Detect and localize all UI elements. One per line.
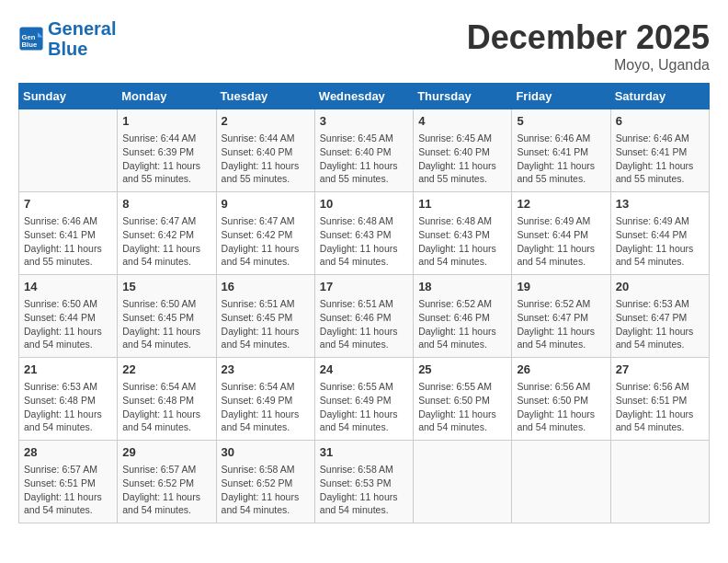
calendar-cell [19, 109, 118, 192]
day-number: 25 [418, 362, 506, 378]
day-number: 13 [616, 196, 704, 213]
day-info: Sunrise: 6:55 AMSunset: 6:49 PMDaylight:… [320, 380, 408, 434]
calendar-cell: 7Sunrise: 6:46 AMSunset: 6:41 PMDaylight… [19, 192, 118, 275]
calendar-cell: 1Sunrise: 6:44 AMSunset: 6:39 PMDaylight… [118, 109, 216, 192]
calendar-cell: 17Sunrise: 6:51 AMSunset: 6:46 PMDayligh… [314, 275, 413, 358]
day-number: 17 [320, 279, 408, 295]
calendar-cell: 27Sunrise: 6:56 AMSunset: 6:51 PMDayligh… [610, 358, 709, 441]
day-number: 16 [222, 279, 310, 295]
day-number: 29 [122, 444, 210, 461]
day-number: 1 [122, 113, 210, 130]
day-info: Sunrise: 6:47 AMSunset: 6:42 PMDaylight:… [122, 214, 210, 269]
month-year: December 2025 [467, 18, 710, 57]
day-number: 11 [418, 196, 506, 213]
calendar-cell: 29Sunrise: 6:57 AMSunset: 6:52 PMDayligh… [118, 441, 216, 523]
day-number: 24 [320, 362, 408, 378]
day-number: 20 [616, 279, 704, 295]
day-info: Sunrise: 6:57 AMSunset: 6:52 PMDaylight:… [122, 463, 210, 517]
day-info: Sunrise: 6:46 AMSunset: 6:41 PMDaylight:… [616, 132, 704, 186]
calendar-cell: 18Sunrise: 6:52 AMSunset: 6:46 PMDayligh… [414, 275, 512, 358]
title-block: December 2025 Moyo, Uganda [467, 18, 710, 74]
day-header-tuesday: Tuesday [216, 84, 314, 109]
day-header-saturday: Saturday [610, 84, 709, 109]
day-info: Sunrise: 6:51 AMSunset: 6:45 PMDaylight:… [222, 297, 310, 351]
calendar-table: SundayMondayTuesdayWednesdayThursdayFrid… [18, 83, 710, 523]
day-info: Sunrise: 6:45 AMSunset: 6:40 PMDaylight:… [320, 132, 408, 186]
week-row-1: 1Sunrise: 6:44 AMSunset: 6:39 PMDaylight… [19, 109, 710, 192]
page-header: Gen Blue GeneralBlue December 2025 Moyo,… [18, 18, 710, 74]
calendar-cell: 8Sunrise: 6:47 AMSunset: 6:42 PMDaylight… [118, 192, 216, 275]
calendar-cell: 28Sunrise: 6:57 AMSunset: 6:51 PMDayligh… [19, 441, 118, 523]
day-number: 23 [222, 362, 310, 378]
day-info: Sunrise: 6:44 AMSunset: 6:39 PMDaylight:… [122, 132, 210, 186]
calendar-cell: 14Sunrise: 6:50 AMSunset: 6:44 PMDayligh… [19, 275, 118, 358]
logo-icon: Gen Blue [18, 26, 44, 52]
calendar-cell: 19Sunrise: 6:52 AMSunset: 6:47 PMDayligh… [512, 275, 610, 358]
day-number: 15 [122, 279, 210, 295]
day-info: Sunrise: 6:56 AMSunset: 6:50 PMDaylight:… [517, 380, 605, 434]
day-number: 8 [122, 196, 210, 213]
day-info: Sunrise: 6:50 AMSunset: 6:45 PMDaylight:… [122, 297, 210, 351]
day-info: Sunrise: 6:57 AMSunset: 6:51 PMDaylight:… [24, 463, 112, 517]
day-info: Sunrise: 6:53 AMSunset: 6:48 PMDaylight:… [24, 380, 112, 434]
location: Moyo, Uganda [467, 57, 710, 74]
day-info: Sunrise: 6:45 AMSunset: 6:40 PMDaylight:… [418, 132, 506, 186]
day-number: 21 [24, 362, 112, 378]
day-number: 31 [320, 444, 408, 461]
calendar-cell: 23Sunrise: 6:54 AMSunset: 6:49 PMDayligh… [216, 358, 314, 441]
day-info: Sunrise: 6:49 AMSunset: 6:44 PMDaylight:… [517, 214, 605, 269]
day-info: Sunrise: 6:52 AMSunset: 6:46 PMDaylight:… [418, 297, 506, 351]
calendar-cell: 10Sunrise: 6:48 AMSunset: 6:43 PMDayligh… [314, 192, 413, 275]
day-number: 14 [24, 279, 112, 295]
day-number: 22 [122, 362, 210, 378]
week-row-5: 28Sunrise: 6:57 AMSunset: 6:51 PMDayligh… [19, 441, 710, 523]
day-number: 10 [320, 196, 408, 213]
day-number: 6 [616, 113, 704, 130]
calendar-cell: 2Sunrise: 6:44 AMSunset: 6:40 PMDaylight… [216, 109, 314, 192]
day-header-sunday: Sunday [19, 84, 118, 109]
calendar-cell: 5Sunrise: 6:46 AMSunset: 6:41 PMDaylight… [512, 109, 610, 192]
calendar-cell: 3Sunrise: 6:45 AMSunset: 6:40 PMDaylight… [314, 109, 413, 192]
calendar-cell: 25Sunrise: 6:55 AMSunset: 6:50 PMDayligh… [414, 358, 512, 441]
day-info: Sunrise: 6:54 AMSunset: 6:49 PMDaylight:… [222, 380, 310, 434]
day-header-wednesday: Wednesday [314, 84, 413, 109]
calendar-cell: 22Sunrise: 6:54 AMSunset: 6:48 PMDayligh… [118, 358, 216, 441]
calendar-cell: 31Sunrise: 6:58 AMSunset: 6:53 PMDayligh… [314, 441, 413, 523]
logo: Gen Blue GeneralBlue [18, 18, 116, 59]
day-number: 19 [517, 279, 605, 295]
day-info: Sunrise: 6:55 AMSunset: 6:50 PMDaylight:… [418, 380, 506, 434]
week-row-2: 7Sunrise: 6:46 AMSunset: 6:41 PMDaylight… [19, 192, 710, 275]
calendar-cell [512, 441, 610, 523]
day-info: Sunrise: 6:58 AMSunset: 6:52 PMDaylight:… [222, 463, 310, 517]
day-number: 7 [24, 196, 112, 213]
day-info: Sunrise: 6:46 AMSunset: 6:41 PMDaylight:… [517, 132, 605, 186]
day-info: Sunrise: 6:52 AMSunset: 6:47 PMDaylight:… [517, 297, 605, 351]
calendar-cell: 13Sunrise: 6:49 AMSunset: 6:44 PMDayligh… [610, 192, 709, 275]
day-info: Sunrise: 6:56 AMSunset: 6:51 PMDaylight:… [616, 380, 704, 434]
day-number: 30 [222, 444, 310, 461]
calendar-cell [610, 441, 709, 523]
day-info: Sunrise: 6:46 AMSunset: 6:41 PMDaylight:… [24, 214, 112, 269]
calendar-cell: 16Sunrise: 6:51 AMSunset: 6:45 PMDayligh… [216, 275, 314, 358]
header-row: SundayMondayTuesdayWednesdayThursdayFrid… [19, 84, 710, 109]
calendar-cell: 26Sunrise: 6:56 AMSunset: 6:50 PMDayligh… [512, 358, 610, 441]
day-info: Sunrise: 6:48 AMSunset: 6:43 PMDaylight:… [418, 214, 506, 269]
week-row-4: 21Sunrise: 6:53 AMSunset: 6:48 PMDayligh… [19, 358, 710, 441]
day-header-monday: Monday [118, 84, 216, 109]
day-info: Sunrise: 6:44 AMSunset: 6:40 PMDaylight:… [222, 132, 310, 186]
day-info: Sunrise: 6:47 AMSunset: 6:42 PMDaylight:… [222, 214, 310, 269]
calendar-cell: 11Sunrise: 6:48 AMSunset: 6:43 PMDayligh… [414, 192, 512, 275]
day-info: Sunrise: 6:51 AMSunset: 6:46 PMDaylight:… [320, 297, 408, 351]
calendar-cell: 9Sunrise: 6:47 AMSunset: 6:42 PMDaylight… [216, 192, 314, 275]
day-number: 4 [418, 113, 506, 130]
logo-text: GeneralBlue [48, 18, 116, 59]
calendar-cell: 24Sunrise: 6:55 AMSunset: 6:49 PMDayligh… [314, 358, 413, 441]
day-info: Sunrise: 6:49 AMSunset: 6:44 PMDaylight:… [616, 214, 704, 269]
svg-text:Blue: Blue [22, 40, 38, 49]
calendar-cell: 6Sunrise: 6:46 AMSunset: 6:41 PMDaylight… [610, 109, 709, 192]
day-number: 2 [222, 113, 310, 130]
calendar-cell: 21Sunrise: 6:53 AMSunset: 6:48 PMDayligh… [19, 358, 118, 441]
calendar-cell: 12Sunrise: 6:49 AMSunset: 6:44 PMDayligh… [512, 192, 610, 275]
calendar-cell: 15Sunrise: 6:50 AMSunset: 6:45 PMDayligh… [118, 275, 216, 358]
day-header-thursday: Thursday [414, 84, 512, 109]
